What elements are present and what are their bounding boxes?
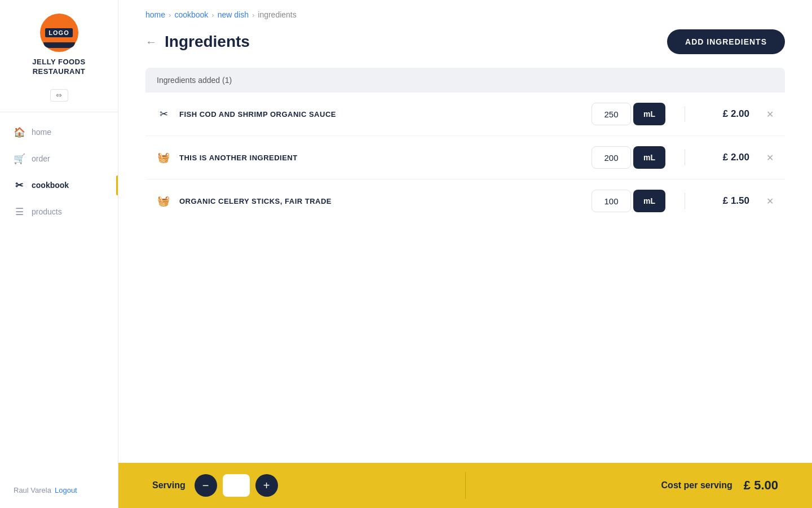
sidebar-item-order[interactable]: 🛒 order [0,146,118,172]
separator-1 [685,106,685,122]
back-button[interactable]: ← [145,36,157,49]
breadcrumb-cookbook[interactable]: cookbook [174,10,208,19]
logo-wrap: LOGO JELLY FOODS RESTAURANT [32,14,85,77]
cost-section: Cost per serving £ 5.00 [466,478,779,493]
table-row: 🧺 ORGANIC CELERY STICKS, FAIR TRADE mL £… [145,179,785,222]
serving-minus-button[interactable]: − [195,474,217,497]
ingredient-icon-1: ✂ [157,108,170,120]
sidebar-item-products-label: products [32,207,62,216]
ingredient-name-2: THIS IS ANOTHER INGREDIENT [179,154,582,162]
bottom-bar: Serving − + Cost per serving £ 5.00 [118,463,812,508]
serving-value-input[interactable] [223,474,250,497]
ingredient-controls-1: mL [592,103,665,125]
order-icon: 🛒 [14,153,25,165]
remove-button-1[interactable]: ✕ [766,109,774,120]
separator-2 [685,150,685,165]
main-content: home › cookbook › new dish › ingredients… [118,0,812,508]
brand-name: JELLY FOODS RESTAURANT [32,58,85,77]
logout-link[interactable]: Logout [55,486,77,494]
content-area: home › cookbook › new dish › ingredients… [118,0,812,508]
sidebar-item-products[interactable]: ☰ products [0,199,118,225]
unit-button-2[interactable]: mL [633,146,665,169]
separator-3 [685,193,685,209]
sidebar-divider [0,112,118,112]
ingredient-controls-2: mL [592,146,665,169]
sidebar-item-order-label: order [32,154,50,163]
remove-button-3[interactable]: ✕ [766,196,774,207]
sidebar-item-home[interactable]: 🏠 home [0,119,118,146]
logo-arc [43,42,75,48]
home-icon: 🏠 [14,126,25,138]
serving-label: Serving [152,480,186,491]
nav-items: 🏠 home 🛒 order ✂ cookbook ☰ products [0,119,118,225]
cost-2: £ 2.00 [704,152,749,163]
remove-button-2[interactable]: ✕ [766,152,774,163]
ingredient-icon-3: 🧺 [157,195,170,207]
logo-circle: LOGO [40,14,78,52]
ingredient-name-1: FISH COD AND SHRIMP ORGANIC SAUCE [179,110,582,119]
sidebar-item-cookbook-label: cookbook [32,181,69,190]
sidebar: LOGO JELLY FOODS RESTAURANT ⇔ 🏠 home 🛒 o… [0,0,118,508]
qty-input-3[interactable] [592,190,631,212]
breadcrumb-new-dish[interactable]: new dish [218,10,249,19]
breadcrumb-current: ingredients [258,10,297,19]
serving-controls: − + [195,474,278,497]
cost-1: £ 2.00 [704,108,749,120]
cost-per-serving-label: Cost per serving [661,480,732,491]
table-row: ✂ FISH COD AND SHRIMP ORGANIC SAUCE mL £… [145,93,785,136]
serving-plus-button[interactable]: + [255,474,278,497]
breadcrumb: home › cookbook › new dish › ingredients [145,0,785,25]
breadcrumb-sep-3: › [252,11,254,19]
ingredient-controls-3: mL [592,190,665,212]
sidebar-item-cookbook[interactable]: ✂ cookbook [0,172,118,199]
ingredient-name-3: ORGANIC CELERY STICKS, FAIR TRADE [179,197,582,205]
ingredient-icon-2: 🧺 [157,151,170,164]
breadcrumb-home[interactable]: home [145,10,165,19]
products-icon: ☰ [14,206,25,218]
cookbook-icon: ✂ [14,179,25,191]
page-title: Ingredients [165,33,250,51]
breadcrumb-sep-1: › [169,11,171,19]
qty-input-1[interactable] [592,103,631,125]
unit-button-3[interactable]: mL [633,190,665,212]
header-row: ← Ingredients ADD INGREDIENTS [145,25,785,68]
logo-text: LOGO [45,28,72,37]
ingredients-header: Ingredients added (1) [145,68,785,93]
serving-section: Serving − + [152,474,465,497]
collapse-button[interactable]: ⇔ [50,89,68,102]
unit-button-1[interactable]: mL [633,103,665,125]
table-row: 🧺 THIS IS ANOTHER INGREDIENT mL £ 2.00 ✕ [145,136,785,179]
add-ingredients-button[interactable]: ADD INGREDIENTS [667,29,785,54]
cost-3: £ 1.50 [704,195,749,207]
breadcrumb-sep-2: › [211,11,214,19]
cost-per-serving-value: £ 5.00 [744,478,778,493]
sidebar-footer: Raul Varela Logout [0,486,118,494]
sidebar-item-home-label: home [32,128,51,137]
ingredients-section: Ingredients added (1) ✂ FISH COD AND SHR… [145,68,785,222]
header-left: ← Ingredients [145,33,250,51]
user-name: Raul Varela [14,486,51,494]
qty-input-2[interactable] [592,146,631,169]
